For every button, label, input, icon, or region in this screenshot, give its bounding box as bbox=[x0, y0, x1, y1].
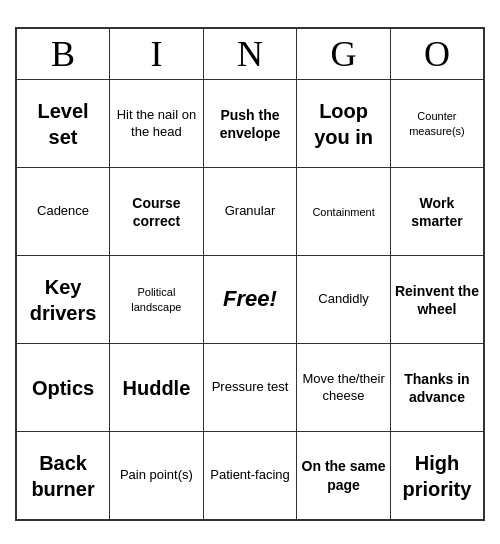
grid-cell-2-4: Reinvent the wheel bbox=[390, 256, 484, 344]
header-row: BINGO bbox=[16, 28, 484, 80]
grid-cell-4-2: Patient-facing bbox=[203, 432, 297, 520]
grid-cell-4-4: High priority bbox=[390, 432, 484, 520]
grid-cell-3-4: Thanks in advance bbox=[390, 344, 484, 432]
grid-cell-3-2: Pressure test bbox=[203, 344, 297, 432]
grid-cell-2-1: Political landscape bbox=[110, 256, 204, 344]
header-letter-b: B bbox=[16, 28, 110, 80]
grid-cell-4-3: On the same page bbox=[297, 432, 391, 520]
grid-cell-0-0: Level set bbox=[16, 80, 110, 168]
header-letter-g: G bbox=[297, 28, 391, 80]
header-letter-n: N bbox=[203, 28, 297, 80]
grid-cell-0-4: Counter measure(s) bbox=[390, 80, 484, 168]
grid-cell-0-2: Push the envelope bbox=[203, 80, 297, 168]
grid-row-4: Back burnerPain point(s)Patient-facingOn… bbox=[16, 432, 484, 520]
grid-cell-1-0: Cadence bbox=[16, 168, 110, 256]
grid-cell-3-3: Move the/their cheese bbox=[297, 344, 391, 432]
grid-cell-3-1: Huddle bbox=[110, 344, 204, 432]
grid-row-3: OpticsHuddlePressure testMove the/their … bbox=[16, 344, 484, 432]
grid-cell-1-1: Course correct bbox=[110, 168, 204, 256]
grid-cell-1-3: Containment bbox=[297, 168, 391, 256]
grid-cell-4-0: Back burner bbox=[16, 432, 110, 520]
header-letter-o: O bbox=[390, 28, 484, 80]
header-letter-i: I bbox=[110, 28, 204, 80]
bingo-container: BINGO Level setHit the nail on the headP… bbox=[15, 23, 485, 521]
grid-cell-4-1: Pain point(s) bbox=[110, 432, 204, 520]
grid-cell-3-0: Optics bbox=[16, 344, 110, 432]
bingo-grid: BINGO Level setHit the nail on the headP… bbox=[15, 27, 485, 521]
grid-cell-2-3: Candidly bbox=[297, 256, 391, 344]
grid-cell-2-0: Key drivers bbox=[16, 256, 110, 344]
grid-row-1: CadenceCourse correctGranularContainment… bbox=[16, 168, 484, 256]
grid-cell-1-2: Granular bbox=[203, 168, 297, 256]
grid-row-0: Level setHit the nail on the headPush th… bbox=[16, 80, 484, 168]
grid-cell-0-1: Hit the nail on the head bbox=[110, 80, 204, 168]
grid-cell-1-4: Work smarter bbox=[390, 168, 484, 256]
grid-cell-2-2: Free! bbox=[203, 256, 297, 344]
grid-cell-0-3: Loop you in bbox=[297, 80, 391, 168]
grid-row-2: Key driversPolitical landscapeFree!Candi… bbox=[16, 256, 484, 344]
